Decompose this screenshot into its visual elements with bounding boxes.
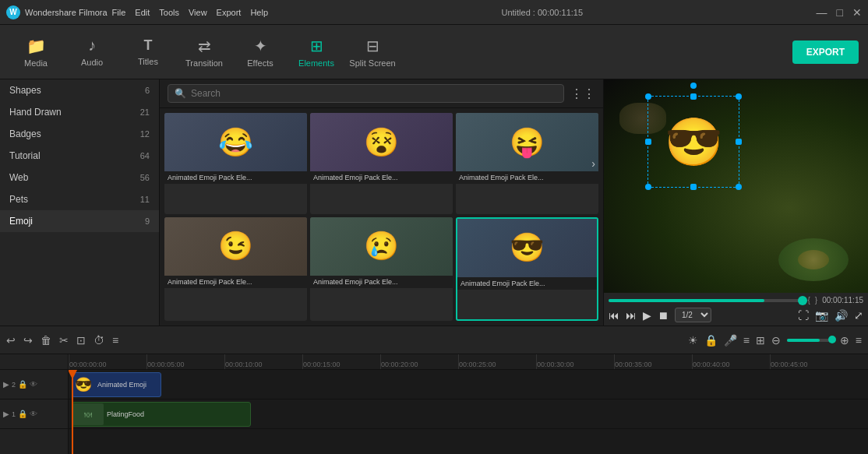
play-button[interactable]: ▶	[643, 309, 651, 322]
fullscreen-button[interactable]: ⛶	[798, 309, 809, 322]
toolbar-item-effects[interactable]: ✦ Effects	[234, 29, 287, 76]
layout-button[interactable]: ⊞	[756, 334, 765, 347]
audio-mix-button[interactable]: ≡	[112, 334, 118, 347]
sidebar-item-badges[interactable]: Badges 12	[0, 123, 159, 145]
sidebar-item-pets[interactable]: Pets 11	[0, 188, 159, 210]
media-card-4[interactable]: 😢 Animated Emoji Pack Ele...	[310, 217, 453, 322]
audio-button[interactable]: 🔊	[834, 309, 848, 322]
sidebar-item-tutorial[interactable]: Tutorial 64	[0, 145, 159, 167]
emoji-overlay[interactable]: 😎	[651, 99, 736, 185]
handle-tl[interactable]	[645, 93, 651, 100]
clip-video-thumb: 🍽	[72, 403, 104, 425]
toolbar-item-transition[interactable]: ⇄ Transition	[178, 29, 231, 76]
menu-edit[interactable]: Edit	[135, 8, 150, 17]
handle-tm[interactable]	[690, 93, 697, 100]
track-play-icon-1[interactable]: ▶	[3, 410, 9, 418]
stop-button[interactable]: ⏹	[658, 309, 669, 322]
split-screen-icon: ⊟	[366, 37, 379, 55]
crop-button[interactable]: ⊡	[76, 334, 86, 347]
clip-emoji[interactable]: 😎 Animated Emoji	[72, 372, 161, 397]
lock-button[interactable]: 🔒	[704, 334, 718, 347]
media-card-2[interactable]: 😝 Animated Emoji Pack Ele... ›	[456, 113, 598, 214]
track-play-icon-2[interactable]: ▶	[3, 380, 9, 389]
handle-bm[interactable]	[690, 184, 697, 190]
track-label-emoji: ▶ 2 🔒 👁	[0, 370, 68, 399]
emoji-3: 😉	[218, 230, 253, 262]
export-button[interactable]: EXPORT	[792, 40, 859, 64]
search-box[interactable]: 🔍	[168, 84, 564, 103]
zoom-in-button[interactable]: ⊕	[840, 334, 849, 347]
toolbar-item-elements[interactable]: ⊞ Elements	[290, 29, 343, 76]
zoom-out-button[interactable]: ⊖	[771, 334, 781, 347]
menu-help[interactable]: Help	[250, 8, 268, 17]
sidebar-item-shapes[interactable]: Shapes 6	[0, 79, 159, 101]
delete-button[interactable]: 🗑	[41, 334, 51, 347]
sidebar-item-web[interactable]: Web 56	[0, 167, 159, 188]
toolbar-item-titles[interactable]: T Titles	[122, 29, 175, 76]
split-button[interactable]: ✂	[59, 334, 69, 347]
media-card-0[interactable]: 😂 Animated Emoji Pack Ele...	[164, 113, 307, 214]
timeline-toolbar: ↩ ↪ 🗑 ✂ ⊡ ⏱ ≡ ☀ 🔒 🎤 ≡ ⊞ ⊖ ⊕ ≡	[0, 326, 868, 354]
progress-handle[interactable]	[798, 296, 807, 305]
close-button[interactable]: ✕	[852, 6, 862, 19]
track-lock-icon-1[interactable]: 🔒	[18, 410, 27, 418]
preview-panel: 😎	[603, 79, 868, 326]
zoom-handle[interactable]	[828, 336, 836, 343]
toolbar-item-media[interactable]: 📁 Media	[9, 29, 62, 76]
content-area: 🔍 ⋮⋮ 😂 Animated Emoji Pack Ele... 😵 Anim…	[160, 79, 603, 326]
mixer-button[interactable]: ≡	[743, 334, 750, 347]
handle-rotate[interactable]	[690, 83, 697, 89]
handle-bl[interactable]	[645, 184, 651, 190]
undo-button[interactable]: ↩	[6, 334, 16, 347]
expand-button[interactable]: ⤢	[854, 309, 863, 322]
toolbar-item-audio[interactable]: ♪ Audio	[65, 29, 118, 76]
track-vis-icon-2[interactable]: 👁	[30, 380, 37, 389]
quality-select[interactable]: 1/2 Full 1/4	[675, 308, 711, 322]
window-title: Untitled : 00:00:11:15	[501, 8, 583, 17]
clip-video[interactable]: 🍽 PlatingFood	[72, 402, 251, 427]
media-grid: 😂 Animated Emoji Pack Ele... 😵 Animated …	[160, 108, 603, 326]
timeline-ruler: 00:00:00:00 00:00:05:00 00:00:10:00 00:0…	[69, 354, 868, 370]
handle-mr[interactable]	[736, 139, 742, 145]
toolbar-label-elements: Elements	[298, 58, 334, 68]
menu-export[interactable]: Export	[217, 8, 242, 17]
step-back-button[interactable]: ⏭	[626, 309, 637, 322]
progress-bar[interactable]	[609, 299, 803, 302]
snapshot-button[interactable]: 📷	[815, 309, 828, 322]
track-labels: ▶ 2 🔒 👁 ▶ 1 🔒 👁	[0, 354, 69, 454]
media-card-5[interactable]: 😎 Animated Emoji Pack Ele...	[456, 217, 598, 322]
ruler-tick-8: 00:00:40:00	[692, 354, 730, 370]
track-vis-icon-1[interactable]: 👁	[30, 410, 37, 418]
media-thumb-4: 😢	[310, 217, 453, 276]
media-label-1: Animated Emoji Pack Ele...	[310, 171, 453, 184]
redo-button[interactable]: ↪	[23, 334, 33, 347]
maximize-button[interactable]: □	[837, 6, 843, 19]
handle-ml[interactable]	[645, 139, 651, 145]
color-button[interactable]: ☀	[688, 334, 698, 347]
minimize-button[interactable]: —	[817, 6, 827, 19]
grid-view-button[interactable]: ⋮⋮	[570, 86, 595, 101]
ruler-tick-1: 00:00:05:00	[146, 354, 185, 370]
speed-button[interactable]: ⏱	[94, 334, 104, 347]
mic-button[interactable]: 🎤	[724, 334, 737, 347]
sidebar-item-hand-drawn[interactable]: Hand Drawn 21	[0, 101, 159, 123]
track-lock-icon-2[interactable]: 🔒	[18, 380, 27, 389]
media-label-2: Animated Emoji Pack Ele...	[456, 171, 598, 184]
tracks-area: 😎 Animated Emoji 🍽 PlatingFood	[69, 370, 868, 454]
sidebar-item-emoji[interactable]: Emoji 9	[0, 210, 159, 232]
search-input[interactable]	[191, 88, 557, 99]
toolbar-item-split-screen[interactable]: ⊟ Split Screen	[346, 29, 399, 76]
track-video-row: 🍽 PlatingFood	[69, 399, 868, 429]
media-card-3[interactable]: 😉 Animated Emoji Pack Ele...	[164, 217, 307, 322]
menu-tools[interactable]: Tools	[159, 8, 179, 17]
playhead[interactable]	[72, 370, 73, 454]
media-card-1[interactable]: 😵 Animated Emoji Pack Ele...	[310, 113, 453, 214]
menu-file[interactable]: File	[112, 8, 126, 17]
zoom-bar[interactable]	[787, 339, 834, 342]
media-thumb-2: 😝	[456, 113, 598, 171]
menu-view[interactable]: View	[189, 8, 207, 17]
handle-tr[interactable]	[736, 93, 742, 100]
handle-br[interactable]	[736, 184, 742, 190]
skip-back-button[interactable]: ⏮	[609, 309, 619, 322]
settings-button[interactable]: ≡	[856, 334, 862, 347]
